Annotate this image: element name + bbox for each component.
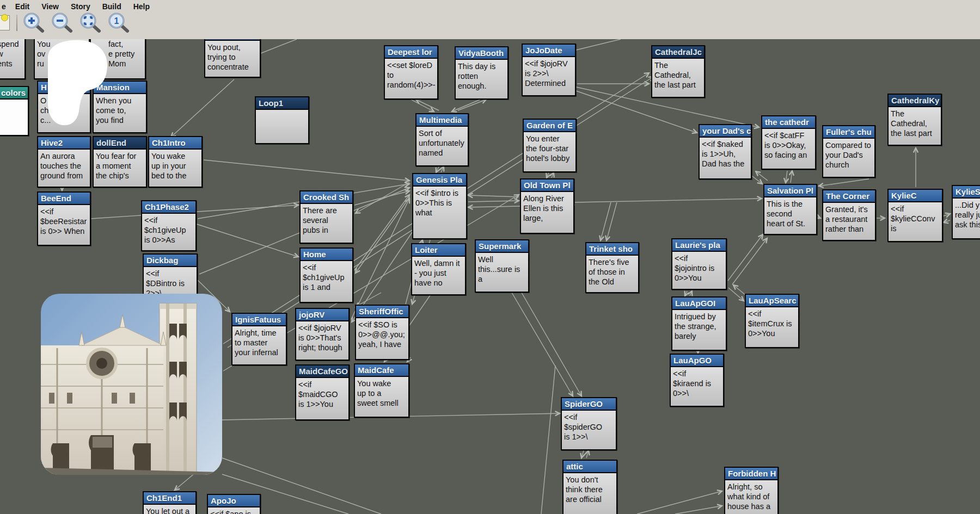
passage-excerpt: You wake up in your bed to the bbox=[149, 150, 201, 182]
passage-excerpt: ...Did y really ju ask this bbox=[953, 199, 980, 231]
menu-help[interactable]: Help bbox=[127, 1, 156, 11]
zoom-original-button[interactable]: 1 bbox=[108, 12, 132, 34]
passage-ch1phase2[interactable]: Ch1Phase2<<if $ch1giveUp is 0>>As bbox=[141, 200, 197, 251]
toolbar-separator bbox=[16, 15, 17, 31]
passage-supermark[interactable]: SupermarkWell this...sure is a bbox=[475, 239, 529, 293]
passage-spidergo[interactable]: SpiderGO<<if $spiderGO is 1>>\ bbox=[561, 397, 617, 450]
passage-home[interactable]: Home<<if $ch1giveUp is 1 and bbox=[299, 247, 353, 303]
passage-untitled[interactable]: You ov ru bbox=[34, 39, 90, 79]
zoom-out-button[interactable] bbox=[51, 12, 75, 34]
passage-fuller-s-chu[interactable]: Fuller's chuCompared to your Dad's churc… bbox=[822, 125, 875, 178]
passage-excerpt: <<if $itemCrux is 0>>You bbox=[746, 307, 798, 340]
passage-forbidden-h[interactable]: Forbidden HAlright, so what kind of hous… bbox=[724, 467, 779, 514]
passage-ignisfatuus[interactable]: IgnisFatuusAlright, time to master your … bbox=[231, 313, 287, 366]
passage-deepest-lor[interactable]: Deepest lor<<set $loreD to random(4)>>- bbox=[384, 45, 438, 100]
passage-excerpt: Compared to your Dad's church bbox=[823, 139, 874, 171]
passage-the-corner[interactable]: The CornerGranted, it's a restaurant rat… bbox=[822, 189, 876, 241]
passage-laurie-s-pla[interactable]: Laurie's pla<<if $jojointro is 0>>You bbox=[671, 238, 727, 290]
passage-link-arrow bbox=[261, 39, 297, 53]
passage-title: dollEnd bbox=[94, 137, 146, 150]
passage-jojorv[interactable]: jojoRV<<if $jojoRV is 0>>That's right; t… bbox=[295, 308, 350, 361]
passage-link-arrow bbox=[197, 224, 298, 257]
passage-link-arrow bbox=[581, 450, 584, 458]
menu-e[interactable]: e bbox=[0, 1, 9, 11]
passage-maidcafego[interactable]: MaidCafeGO<<if $maidCGO is 1>>You bbox=[295, 364, 350, 420]
passage-ch1end1[interactable]: Ch1End1You let out a bbox=[143, 491, 197, 514]
passage-h[interactable]: HO ch c... bbox=[37, 80, 91, 133]
passage-link-arrow bbox=[819, 179, 869, 186]
passage-dollend[interactable]: dollEndYou fear for a moment the chip's bbox=[93, 136, 147, 188]
passage-excerpt: You wake up to a sweet smell bbox=[355, 377, 408, 410]
passage-title: Fuller's chu bbox=[823, 126, 874, 139]
passage-kylies[interactable]: KylieS...Did y really ju ask this bbox=[952, 185, 980, 239]
passage-title: Genesis Pla bbox=[413, 174, 466, 187]
passage-trinket-sho[interactable]: Trinket shoThere's five of those in the … bbox=[585, 242, 639, 293]
passage-mansion[interactable]: MansionWhen you come to, you find bbox=[93, 80, 147, 133]
passage-title: Ch1End1 bbox=[144, 492, 195, 505]
passage-beeend[interactable]: BeeEnd<<if $beeResistar is 0>> When bbox=[37, 191, 91, 246]
passage-crooked-sh[interactable]: Crooked ShThere are several pubs in bbox=[299, 190, 353, 244]
passage-title: H bbox=[38, 82, 90, 94]
passage-apojo[interactable]: ApoJo<<if $apo is bbox=[207, 494, 261, 514]
passage-excerpt: You fear for a moment the chip's bbox=[94, 150, 146, 182]
passage-the-cathedr[interactable]: the cathedr<<if $catFF is 0>>Okay, so fa… bbox=[761, 115, 816, 170]
passage-link-arrow bbox=[522, 293, 581, 396]
passage-excerpt: <<if $apo is bbox=[208, 507, 260, 514]
zoom-in-icon bbox=[23, 12, 47, 34]
passage-cathedralky[interactable]: CathedralKyThe Cathedral, the last part bbox=[887, 94, 942, 146]
passage-multimedia[interactable]: MultimediaSort of unfortunately named bbox=[415, 113, 469, 166]
passage-salvation-pl[interactable]: Salvation PlThis is the second heart of … bbox=[763, 184, 817, 235]
passage-link-arrow bbox=[351, 199, 409, 319]
passage-maidcafe[interactable]: MaidCafeYou wake up to a sweet smell bbox=[354, 363, 409, 418]
passage-your-dad-s-c[interactable]: your Dad's c<<if $naked is 1>>Uh, Dad ha… bbox=[699, 124, 752, 179]
passage-title: Laurie's pla bbox=[672, 239, 726, 252]
passage-garden-of-e[interactable]: Garden of EYou enter the four-star hotel… bbox=[523, 119, 577, 172]
new-passage-icon[interactable] bbox=[0, 15, 10, 30]
passage-link-arrow bbox=[944, 214, 950, 216]
story-map-canvas[interactable]: spend w entscolorsYou ov rufact, e prett… bbox=[0, 39, 980, 514]
passage-untitled[interactable]: spend w ents bbox=[0, 39, 26, 79]
passage-title: SpiderGO bbox=[562, 398, 616, 411]
zoom-fit-button[interactable] bbox=[79, 12, 103, 34]
passage-title: LauApSearc bbox=[746, 295, 798, 307]
menu-edit[interactable]: Edit bbox=[9, 1, 35, 11]
passage-sheriffoffic[interactable]: SheriffOffic<<if $SO is 0>>@@.you; yeah,… bbox=[355, 305, 409, 360]
passage-cathedraljc[interactable]: CathedralJcThe Cathedral, the last part bbox=[651, 45, 705, 98]
passage-genesis-pla[interactable]: Genesis Pla<<if $intro is 0>>This is wha… bbox=[412, 173, 467, 239]
new-passage-icon-dot bbox=[1, 14, 8, 21]
passage-lauapgoi[interactable]: LauApGOIIntrigued by the strange, barely bbox=[671, 296, 727, 351]
passage-title: LauApGO bbox=[671, 355, 723, 367]
passage-excerpt: <<if $jojoRV is 2>>\ Determined bbox=[523, 57, 575, 90]
passage-excerpt: <<if $spiderGO is 1>>\ bbox=[562, 411, 616, 443]
passage-title: Deepest lor bbox=[385, 46, 437, 59]
passage-link-arrow bbox=[756, 171, 768, 181]
passage-link-arrow bbox=[416, 100, 439, 110]
passage-excerpt: <<if $SO is 0>>@@.you; yeah, I have bbox=[356, 318, 408, 351]
zoom-in-button[interactable] bbox=[23, 12, 47, 34]
passage-excerpt: fact, e pretty Mom bbox=[91, 39, 145, 70]
passage-colors[interactable]: colors bbox=[0, 86, 29, 136]
passage-kyliec[interactable]: KylieC<<if $kylieCConv is bbox=[887, 189, 943, 242]
passage-untitled[interactable]: You pout, trying to concentrate bbox=[204, 39, 261, 78]
menu-view[interactable]: View bbox=[35, 1, 65, 11]
passage-old-town-pl[interactable]: Old Town PlAlong River Ellen is this lar… bbox=[520, 178, 574, 234]
passage-excerpt bbox=[256, 110, 308, 113]
menu-story[interactable]: Story bbox=[65, 1, 96, 11]
passage-loiter[interactable]: LoiterWell, damn it - you just have no bbox=[411, 243, 466, 295]
passage-vidyabooth[interactable]: VidyaBoothThis day is rotten enough. bbox=[455, 46, 509, 100]
passage-excerpt: The Cathedral, the last part bbox=[889, 107, 941, 140]
passage-ch1intro[interactable]: Ch1IntroYou wake up in your bed to the bbox=[148, 136, 203, 188]
passage-excerpt: There's five of those in the Old bbox=[586, 256, 638, 288]
passage-loop1[interactable]: Loop1 bbox=[255, 96, 309, 144]
passage-lauapsearc[interactable]: LauApSearc<<if $itemCrux is 0>>You bbox=[745, 294, 799, 348]
menu-build[interactable]: Build bbox=[96, 1, 127, 11]
passage-hive2[interactable]: Hive2An aurora touches the ground from bbox=[37, 136, 91, 188]
passage-untitled[interactable]: fact, e pretty Mom bbox=[90, 39, 146, 79]
passage-attic[interactable]: atticYou don't think there are official bbox=[562, 460, 617, 514]
passage-lauapgo[interactable]: LauApGO<<if $kiraend is 0>>\ bbox=[670, 354, 724, 407]
passage-title: colors bbox=[0, 87, 28, 100]
passage-title: Multimedia bbox=[416, 114, 468, 127]
passage-jojodate[interactable]: JoJoDate<<if $jojoRV is 2>>\ Determined bbox=[522, 44, 576, 96]
passage-excerpt: You enter the four-star hotel's lobby bbox=[524, 132, 575, 165]
cathedral-photo-image bbox=[41, 294, 222, 475]
